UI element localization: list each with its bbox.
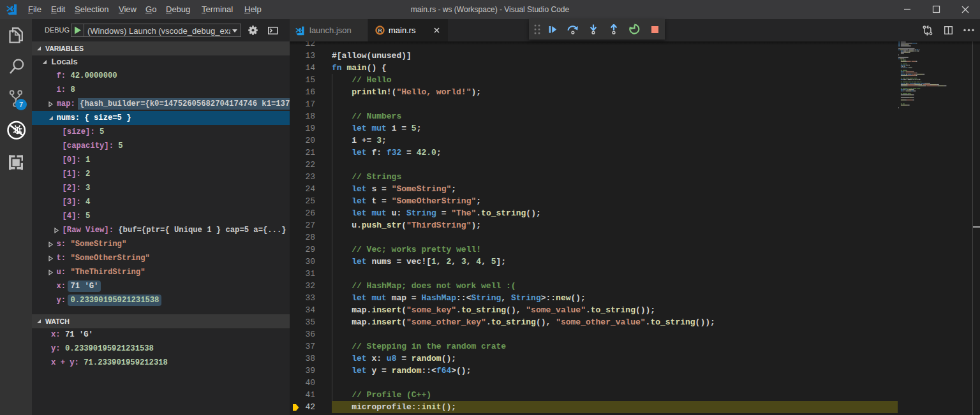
- svg-text:R: R: [378, 27, 382, 34]
